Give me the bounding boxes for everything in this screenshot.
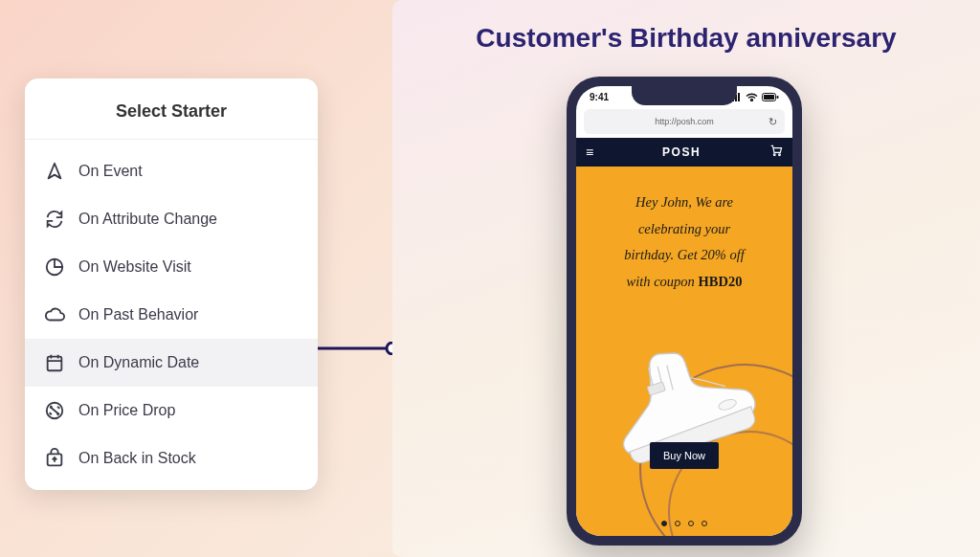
svg-point-15 [773, 154, 775, 156]
site-body: Hey John, We are celebrating your birthd… [576, 167, 792, 536]
starter-item-label: On Dynamic Date [78, 354, 199, 371]
cart-icon[interactable] [769, 144, 783, 161]
starter-item-on-past-behavior[interactable]: On Past Behavior [25, 291, 318, 339]
starter-item-label: On Price Drop [78, 402, 175, 419]
svg-point-4 [57, 413, 58, 414]
promo-coupon-code: HBD20 [699, 274, 743, 289]
refresh-icon [44, 209, 65, 230]
svg-rect-14 [777, 96, 779, 99]
compass-icon [44, 161, 65, 182]
starter-list: On Event On Attribute Change On Website … [25, 140, 318, 490]
calendar-icon [44, 352, 65, 373]
pie-chart-icon [44, 256, 65, 278]
starter-item-on-event[interactable]: On Event [25, 147, 318, 195]
brand-logo: POSH [662, 145, 701, 159]
starter-item-label: On Past Behavior [78, 306, 198, 323]
refresh-icon[interactable]: ↻ [768, 116, 777, 128]
svg-point-16 [779, 154, 781, 156]
phone-notch [632, 86, 737, 105]
starter-item-label: On Event [78, 163, 143, 180]
carousel-dot[interactable] [661, 521, 667, 526]
starter-item-on-attribute-change[interactable]: On Attribute Change [25, 195, 318, 243]
starter-item-label: On Attribute Change [78, 211, 217, 228]
svg-point-3 [51, 407, 52, 408]
svg-rect-13 [764, 95, 774, 100]
wifi-icon [746, 93, 758, 101]
promo-line: with coupon HBD20 [597, 269, 771, 296]
status-time: 9:41 [590, 92, 609, 102]
select-starter-card: Select Starter On Event On Attribute Cha… [25, 78, 318, 490]
starter-item-on-back-in-stock[interactable]: On Back in Stock [25, 434, 318, 482]
select-starter-header: Select Starter [25, 78, 318, 140]
promo-prefix: with coupon [627, 274, 699, 289]
phone-mockup: 9:41 http://posh.com ↻ ≡ POSH Hey John, … [567, 77, 802, 546]
address-url: http://posh.com [655, 117, 714, 126]
connector-line [318, 342, 402, 355]
starter-item-label: On Back in Stock [78, 450, 196, 467]
svg-rect-1 [48, 357, 62, 371]
starter-item-on-dynamic-date[interactable]: On Dynamic Date [25, 339, 318, 387]
price-drop-icon [44, 400, 65, 421]
address-bar[interactable]: http://posh.com ↻ [584, 109, 785, 134]
promo-line: birthday. Get 20% off [597, 242, 771, 269]
promo-line: celebrating your [597, 216, 771, 243]
carousel-dot[interactable] [688, 521, 694, 526]
cloud-icon [44, 304, 65, 325]
carousel-dot[interactable] [702, 521, 707, 526]
promo-message: Hey John, We are celebrating your birthd… [576, 167, 792, 295]
starter-item-on-website-visit[interactable]: On Website Visit [25, 243, 318, 291]
svg-rect-11 [738, 93, 740, 101]
preview-title: Customer's Birthday anniversary [392, 0, 980, 54]
starter-item-label: On Website Visit [78, 258, 191, 276]
back-in-stock-icon [44, 448, 65, 469]
site-header: ≡ POSH [576, 138, 792, 167]
battery-icon [762, 93, 779, 101]
carousel-dots [576, 521, 792, 526]
phone-screen: 9:41 http://posh.com ↻ ≡ POSH Hey John, … [576, 86, 792, 536]
promo-line: Hey John, We are [597, 189, 771, 216]
buy-now-button[interactable]: Buy Now [650, 442, 719, 469]
starter-item-on-price-drop[interactable]: On Price Drop [25, 387, 318, 434]
menu-icon[interactable]: ≡ [586, 145, 593, 160]
carousel-dot[interactable] [675, 521, 680, 526]
